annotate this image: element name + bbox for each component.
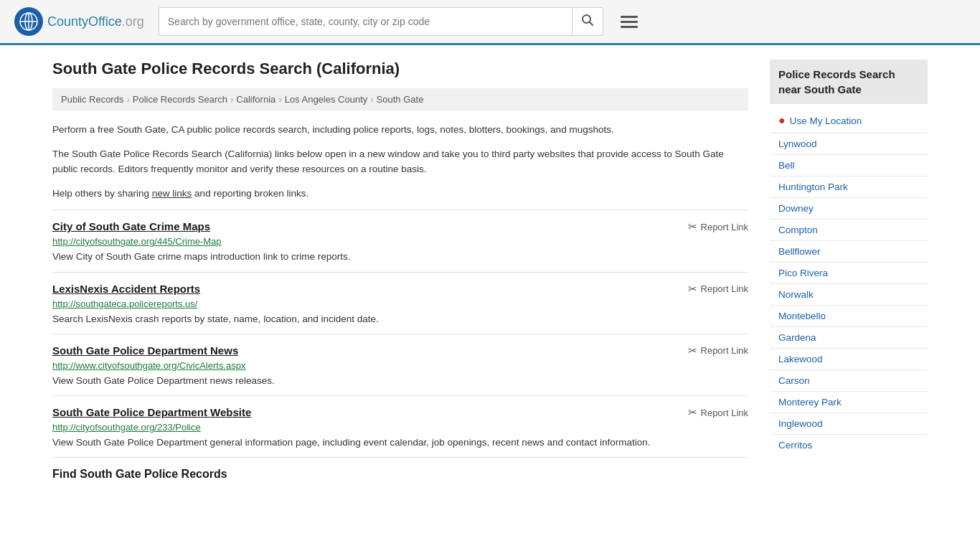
sidebar-city-link-2[interactable]: Huntington Park — [770, 176, 928, 197]
description-3: Help others by sharing new links and rep… — [52, 186, 748, 202]
search-button[interactable] — [572, 8, 603, 35]
sidebar-city-item: Downey — [770, 197, 928, 219]
breadcrumb-la-county[interactable]: Los Angeles County — [285, 94, 368, 105]
sidebar-heading: Police Records Search near South Gate — [770, 60, 928, 104]
sidebar-city-link-6[interactable]: Pico Rivera — [770, 263, 928, 283]
search-bar — [159, 7, 603, 36]
breadcrumb-sep: › — [278, 94, 281, 105]
sidebar-city-link-14[interactable]: Cerritos — [770, 435, 928, 456]
sidebar-city-link-3[interactable]: Downey — [770, 198, 928, 219]
resource-card-header: South Gate Police Department News ✂ Repo… — [52, 344, 748, 357]
resource-card: South Gate Police Department Website ✂ R… — [52, 395, 748, 457]
scissors-icon: ✂ — [688, 344, 697, 357]
use-location-label: Use My Location — [790, 116, 862, 126]
menu-icon — [621, 16, 638, 18]
menu-icon — [621, 26, 638, 28]
sidebar-city-item: Compton — [770, 219, 928, 240]
logo-icon — [14, 7, 43, 36]
sidebar-city-item: Montebello — [770, 305, 928, 326]
resource-desc-0: View City of South Gate crime maps intro… — [52, 250, 748, 264]
report-link-label: Report Link — [701, 345, 748, 356]
search-input[interactable] — [159, 10, 572, 33]
report-link-label: Report Link — [701, 222, 748, 232]
breadcrumb-california[interactable]: California — [236, 94, 275, 105]
resource-title-2[interactable]: South Gate Police Department News — [52, 344, 238, 357]
sidebar-city-link-4[interactable]: Compton — [770, 220, 928, 240]
resource-url-3[interactable]: http://cityofsouthgate.org/233/Police — [52, 422, 748, 433]
sidebar-city-link-13[interactable]: Inglewood — [770, 413, 928, 434]
sidebar-city-item: Cerritos — [770, 434, 928, 456]
breadcrumb-sep: › — [370, 94, 373, 105]
find-section-title: Find South Gate Police Records — [52, 468, 748, 481]
resources-list: City of South Gate Crime Maps ✂ Report L… — [52, 209, 748, 457]
sidebar-city-item: Bellflower — [770, 240, 928, 262]
sidebar-city-item: Gardena — [770, 326, 928, 348]
resource-title-1[interactable]: LexisNexis Accident Reports — [52, 283, 200, 295]
menu-icon — [621, 21, 638, 23]
sidebar-city-link-1[interactable]: Bell — [770, 155, 928, 176]
resource-desc-3: View South Gate Police Department genera… — [52, 435, 748, 450]
breadcrumb-police-records-search[interactable]: Police Records Search — [133, 94, 227, 105]
new-links-link[interactable]: new links — [152, 188, 192, 199]
main-content: South Gate Police Records Search (Califo… — [52, 60, 748, 488]
sidebar-city-item: Pico Rivera — [770, 262, 928, 283]
nearby-cities-list: LynwoodBellHuntington ParkDowneyComptonB… — [770, 133, 928, 456]
sidebar-city-link-5[interactable]: Bellflower — [770, 241, 928, 262]
report-link-button-1[interactable]: ✂ Report Link — [688, 283, 748, 296]
report-link-label: Report Link — [701, 408, 748, 418]
menu-button[interactable] — [618, 13, 641, 31]
location-icon: ● — [778, 114, 786, 127]
resource-url-1[interactable]: http://southgateca.policereports.us/ — [52, 298, 748, 309]
page-title: South Gate Police Records Search (Califo… — [52, 60, 748, 78]
sidebar-city-item: Lynwood — [770, 133, 928, 154]
resource-card-header: City of South Gate Crime Maps ✂ Report L… — [52, 220, 748, 233]
breadcrumb-public-records[interactable]: Public Records — [61, 94, 123, 105]
report-link-button-2[interactable]: ✂ Report Link — [688, 344, 748, 357]
report-link-label: Report Link — [701, 283, 748, 294]
scissors-icon: ✂ — [688, 406, 697, 419]
sidebar-city-link-12[interactable]: Monterey Park — [770, 392, 928, 413]
scissors-icon: ✂ — [688, 283, 697, 296]
breadcrumb-sep: › — [230, 94, 233, 105]
logo-text: CountyOffice.org — [47, 14, 144, 29]
resource-card-header: LexisNexis Accident Reports ✂ Report Lin… — [52, 283, 748, 296]
breadcrumb-sep: › — [126, 94, 129, 105]
sidebar-city-item: Inglewood — [770, 413, 928, 434]
sidebar: Police Records Search near South Gate ● … — [770, 60, 928, 488]
report-link-button-3[interactable]: ✂ Report Link — [688, 406, 748, 419]
resource-desc-2: View South Gate Police Department news r… — [52, 374, 748, 388]
resource-desc-1: Search LexisNexis crash reports by state… — [52, 312, 748, 326]
sidebar-city-item: Bell — [770, 154, 928, 176]
use-my-location-link[interactable]: ● Use My Location — [770, 108, 928, 133]
search-icon — [581, 14, 594, 27]
description-1: Perform a free South Gate, CA public pol… — [52, 122, 748, 138]
sidebar-city-link-9[interactable]: Gardena — [770, 327, 928, 348]
breadcrumb: Public Records › Police Records Search ›… — [52, 88, 748, 110]
sidebar-city-link-7[interactable]: Norwalk — [770, 284, 928, 305]
find-section: Find South Gate Police Records — [52, 457, 748, 488]
site-header: CountyOffice.org — [0, 0, 980, 45]
report-link-button-0[interactable]: ✂ Report Link — [688, 220, 748, 233]
sidebar-city-item: Monterey Park — [770, 391, 928, 413]
resource-title-0[interactable]: City of South Gate Crime Maps — [52, 220, 210, 232]
page-content: South Gate Police Records Search (Califo… — [31, 45, 949, 502]
sidebar-city-link-11[interactable]: Carson — [770, 370, 928, 391]
sidebar-city-item: Carson — [770, 369, 928, 391]
sidebar-city-link-0[interactable]: Lynwood — [770, 133, 928, 154]
resource-card-header: South Gate Police Department Website ✂ R… — [52, 406, 748, 419]
resource-card: LexisNexis Accident Reports ✂ Report Lin… — [52, 272, 748, 334]
scissors-icon: ✂ — [688, 220, 697, 233]
resource-card: City of South Gate Crime Maps ✂ Report L… — [52, 209, 748, 271]
sidebar-city-item: Huntington Park — [770, 176, 928, 197]
resource-url-0[interactable]: http://cityofsouthgate.org/445/Crime-Map — [52, 236, 748, 247]
sidebar-city-item: Lakewood — [770, 348, 928, 369]
sidebar-city-item: Norwalk — [770, 283, 928, 305]
site-logo[interactable]: CountyOffice.org — [14, 7, 144, 36]
sidebar-city-link-10[interactable]: Lakewood — [770, 349, 928, 369]
resource-title-3[interactable]: South Gate Police Department Website — [52, 406, 251, 418]
svg-line-5 — [589, 22, 593, 26]
breadcrumb-south-gate[interactable]: South Gate — [377, 94, 424, 105]
description-2: The South Gate Police Records Search (Ca… — [52, 146, 748, 177]
resource-url-2[interactable]: http://www.cityofsouthgate.org/CivicAler… — [52, 360, 748, 371]
sidebar-city-link-8[interactable]: Montebello — [770, 306, 928, 326]
